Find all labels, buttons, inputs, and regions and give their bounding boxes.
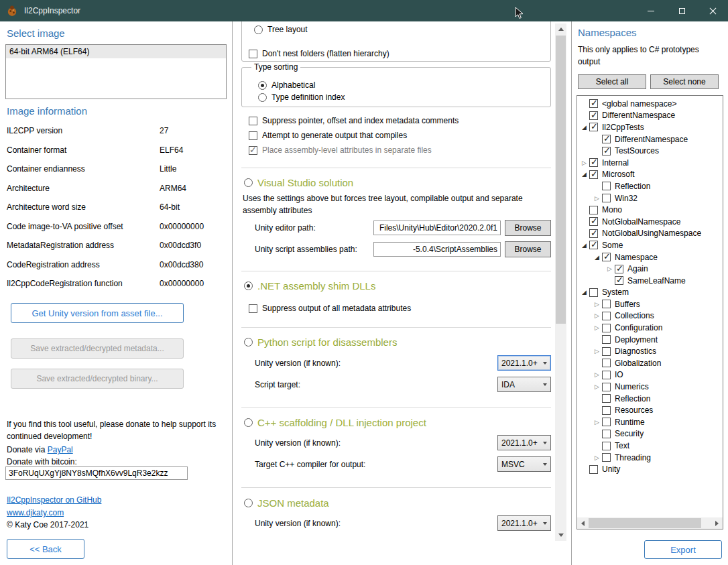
separate-attributes-option[interactable]: Place assembly-level attributes in separ… <box>249 145 432 155</box>
chevron-down-icon[interactable] <box>540 356 550 370</box>
bitcoin-address-field[interactable]: 3FoRUqUXgYj8NY8sMQfhX6vv9LqR3e2kzz <box>5 466 188 480</box>
vs-solution-radio[interactable] <box>244 178 253 187</box>
namespace-tree-item[interactable]: ▷Collections <box>577 310 723 322</box>
namespace-checkbox[interactable] <box>615 276 623 285</box>
namespace-tree-item[interactable]: ◢Namespace <box>577 251 723 263</box>
chevron-down-icon[interactable] <box>540 457 550 471</box>
select-none-button[interactable]: Select none <box>650 74 719 89</box>
namespace-tree-item[interactable]: ◢Microsoft <box>577 169 723 181</box>
scroll-down-button[interactable] <box>555 529 566 541</box>
browse-editor-path-button[interactable]: Browse <box>505 220 551 236</box>
paypal-link[interactable]: PayPal <box>48 445 73 454</box>
collapse-icon[interactable]: ◢ <box>579 171 589 178</box>
scroll-up-button[interactable] <box>555 23 566 35</box>
namespace-checkbox[interactable] <box>602 430 611 438</box>
expand-icon[interactable]: ▷ <box>592 383 602 390</box>
chevron-down-icon[interactable] <box>540 516 550 530</box>
scrollbar-thumb[interactable] <box>556 36 566 324</box>
scroll-right-button[interactable] <box>711 517 723 529</box>
namespace-checkbox[interactable] <box>602 418 611 426</box>
namespace-checkbox[interactable] <box>602 406 611 415</box>
json-metadata-radio[interactable] <box>244 499 253 507</box>
tree-horizontal-scrollbar[interactable] <box>577 517 723 529</box>
json-metadata-option[interactable]: JSON metadata <box>244 497 329 509</box>
separate-attributes-checkbox[interactable] <box>249 146 257 155</box>
namespace-tree[interactable]: <global namespace>DifferentNamespace◢Il2… <box>577 95 723 529</box>
export-button[interactable]: Export <box>644 540 722 559</box>
alphabetical-radio[interactable] <box>258 81 267 90</box>
expand-icon[interactable]: ▷ <box>605 265 615 272</box>
namespace-tree-item[interactable]: NotGlobalUsingNamespace <box>577 228 723 240</box>
chevron-down-icon[interactable] <box>540 377 550 391</box>
python-unity-version-combo[interactable]: 2021.1.0+ <box>497 355 551 371</box>
expand-icon[interactable]: ▷ <box>592 324 602 331</box>
namespace-checkbox[interactable] <box>602 453 611 462</box>
namespace-tree-item[interactable]: ◢Il2CppTests <box>577 121 723 133</box>
options-scrollbar[interactable] <box>555 23 566 541</box>
namespace-checkbox[interactable] <box>589 217 598 226</box>
namespace-checkbox[interactable] <box>589 123 598 131</box>
scroll-left-button[interactable] <box>577 517 589 529</box>
shim-dlls-option[interactable]: .NET assembly shim DLLs <box>244 280 375 292</box>
namespace-tree-item[interactable]: ◢System <box>577 287 723 299</box>
namespace-tree-item[interactable]: ▷Internal <box>577 157 723 169</box>
close-button[interactable] <box>697 0 728 21</box>
namespace-tree-item[interactable]: ▷Configuration <box>577 322 723 334</box>
suppress-comments-checkbox[interactable] <box>249 117 257 125</box>
namespace-tree-item[interactable]: Globalization <box>577 357 723 369</box>
namespace-tree-item[interactable]: ▷Again <box>577 263 723 275</box>
python-script-radio[interactable] <box>244 338 253 347</box>
expand-icon[interactable]: ▷ <box>592 348 602 355</box>
alphabetical-option[interactable]: Alphabetical <box>258 80 315 90</box>
namespace-tree-item[interactable]: Unity <box>577 463 723 475</box>
namespace-tree-item[interactable]: Text <box>577 440 723 452</box>
vs-solution-option[interactable]: Visual Studio solution <box>244 177 353 188</box>
scrollbar-thumb[interactable] <box>589 518 701 528</box>
expand-icon[interactable]: ▷ <box>592 301 602 308</box>
namespace-tree-item[interactable]: NotGlobalNamespace <box>577 216 723 228</box>
namespace-tree-item[interactable]: ▷Threading <box>577 452 723 464</box>
suppress-comments-option[interactable]: Suppress pointer, offset and index metad… <box>249 116 459 125</box>
expand-icon[interactable]: ▷ <box>592 419 602 426</box>
compilable-output-option[interactable]: Attempt to generate output that compiles <box>249 131 407 140</box>
namespace-checkbox[interactable] <box>602 371 611 379</box>
expand-icon[interactable]: ▷ <box>592 454 602 461</box>
website-link[interactable]: www.djkaty.com <box>7 508 64 517</box>
namespace-tree-item[interactable]: Mono <box>577 204 723 216</box>
browse-assemblies-path-button[interactable]: Browse <box>505 241 551 257</box>
namespace-checkbox[interactable] <box>589 241 598 249</box>
namespace-checkbox[interactable] <box>589 111 598 120</box>
namespace-tree-item[interactable]: DifferentNamespace <box>577 133 723 145</box>
cpp-project-option[interactable]: C++ scaffolding / DLL injection project <box>244 417 426 428</box>
namespace-tree-item[interactable]: Deployment <box>577 334 723 346</box>
namespace-tree-item[interactable]: Resources <box>577 404 723 416</box>
namespace-tree-item[interactable]: DifferentNamespace <box>577 110 723 122</box>
minimize-button[interactable] <box>635 0 666 21</box>
chevron-down-icon[interactable] <box>540 436 550 450</box>
namespace-checkbox[interactable] <box>602 253 611 261</box>
expand-icon[interactable]: ▷ <box>579 160 589 166</box>
namespace-tree-item[interactable]: ◢Some <box>577 239 723 251</box>
namespace-checkbox[interactable] <box>602 182 611 190</box>
image-listbox[interactable]: 64-bit ARM64 (ELF64) <box>5 44 227 99</box>
github-link[interactable]: Il2CppInspector on GitHub <box>7 495 101 505</box>
namespace-checkbox[interactable] <box>589 158 598 167</box>
compilable-output-checkbox[interactable] <box>249 131 257 140</box>
namespace-checkbox[interactable] <box>589 465 598 474</box>
namespace-checkbox[interactable] <box>602 383 611 391</box>
title-bar[interactable]: Il2CppInspector <box>0 0 728 21</box>
namespace-checkbox[interactable] <box>602 194 611 202</box>
namespace-checkbox[interactable] <box>602 394 611 403</box>
namespace-checkbox[interactable] <box>602 335 611 344</box>
namespace-checkbox[interactable] <box>602 147 611 155</box>
type-def-index-option[interactable]: Type definition index <box>258 92 345 102</box>
namespace-checkbox[interactable] <box>602 347 611 356</box>
expand-icon[interactable]: ▷ <box>592 312 602 319</box>
flatten-checkbox[interactable] <box>249 50 257 58</box>
collapse-icon[interactable]: ◢ <box>592 254 602 261</box>
namespace-tree-item[interactable]: ▷Buffers <box>577 298 723 310</box>
namespace-tree-item[interactable]: ▷Numerics <box>577 381 723 393</box>
namespace-tree-item[interactable]: TestSources <box>577 145 723 157</box>
tree-layout-option[interactable]: Tree layout <box>254 25 308 34</box>
namespace-checkbox[interactable] <box>602 312 611 320</box>
